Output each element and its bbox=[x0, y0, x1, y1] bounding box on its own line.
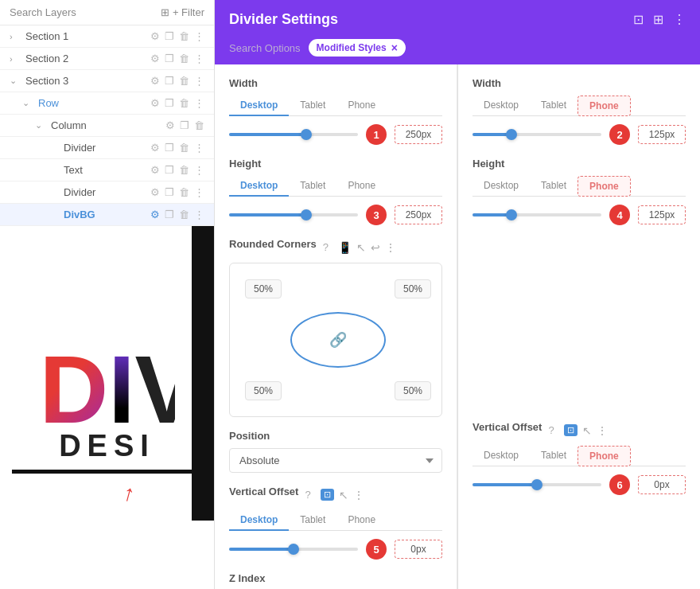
desktop-icon[interactable]: ⊡ bbox=[564, 424, 578, 436]
trash-icon[interactable]: 🗑 bbox=[179, 164, 189, 176]
layer-column[interactable]: ⌄ Column ⚙ ❐ 🗑 bbox=[0, 115, 214, 137]
layout-icon[interactable]: ⊞ bbox=[653, 12, 663, 27]
more-icon[interactable]: ⋮ bbox=[385, 241, 396, 254]
position-select[interactable]: Static Relative Absolute Fixed bbox=[229, 448, 442, 473]
layer-divider1[interactable]: › Divider ⚙ ❐ 🗑 ⋮ bbox=[0, 137, 214, 159]
layer-section1[interactable]: › Section 1 ⚙ ❐ 🗑 ⋮ bbox=[0, 25, 214, 48]
tab-phone-width-right[interactable]: Phone bbox=[578, 96, 631, 116]
reset-icon[interactable]: ↩ bbox=[371, 241, 380, 254]
copy-icon[interactable]: ❐ bbox=[165, 142, 174, 154]
trash-icon[interactable]: 🗑 bbox=[179, 209, 189, 220]
vertical-offset-help-icon[interactable]: ? bbox=[305, 489, 310, 501]
corner-top-left[interactable]: 50% bbox=[245, 279, 282, 298]
width-value-right[interactable]: 125px bbox=[638, 125, 686, 144]
tab-tablet-height-left[interactable]: Tablet bbox=[289, 176, 336, 197]
gear-icon[interactable]: ⚙ bbox=[150, 53, 160, 64]
slider-track[interactable] bbox=[229, 133, 358, 136]
more-options-icon[interactable]: ⋮ bbox=[673, 12, 686, 27]
layer-section3[interactable]: ⌄ Section 3 ⚙ ❐ 🗑 ⋮ bbox=[0, 70, 214, 92]
corner-bottom-left[interactable]: 50% bbox=[245, 381, 282, 400]
more-icon[interactable]: ⋮ bbox=[194, 142, 204, 154]
tab-desktop-offset-left[interactable]: Desktop bbox=[229, 510, 289, 531]
copy-icon[interactable]: ❐ bbox=[165, 164, 174, 176]
height-value-right[interactable]: 125px bbox=[638, 205, 686, 224]
gear-icon[interactable]: ⚙ bbox=[150, 97, 160, 109]
tab-desktop-offset-right[interactable]: Desktop bbox=[472, 446, 530, 466]
layer-divbg[interactable]: › DivBG ⚙ ❐ 🗑 ⋮ bbox=[0, 204, 214, 226]
layer-text[interactable]: › Text ⚙ ❐ 🗑 ⋮ bbox=[0, 159, 214, 181]
layer-divider2[interactable]: › Divider ⚙ ❐ 🗑 ⋮ bbox=[0, 181, 214, 204]
tab-phone-offset-left[interactable]: Phone bbox=[336, 510, 387, 531]
gear-icon[interactable]: ⚙ bbox=[150, 75, 160, 87]
trash-icon[interactable]: 🗑 bbox=[179, 53, 189, 64]
more-icon[interactable]: ⋮ bbox=[194, 164, 204, 176]
tab-tablet-offset-right[interactable]: Tablet bbox=[530, 446, 578, 466]
link-icon[interactable]: 🔗 bbox=[329, 331, 347, 349]
tab-desktop-height-left[interactable]: Desktop bbox=[229, 176, 289, 197]
filter-button[interactable]: ⊞ + Filter bbox=[161, 6, 204, 18]
close-modified-badge-button[interactable]: × bbox=[391, 41, 398, 54]
more-icon[interactable]: ⋮ bbox=[194, 186, 204, 198]
tab-desktop-height-right[interactable]: Desktop bbox=[472, 176, 530, 197]
tab-phone-height-right[interactable]: Phone bbox=[578, 176, 631, 197]
copy-icon[interactable]: ❐ bbox=[165, 97, 174, 109]
copy-icon[interactable]: ❐ bbox=[165, 30, 174, 42]
more-icon[interactable]: ⋮ bbox=[597, 424, 608, 437]
slider-track[interactable] bbox=[472, 133, 601, 136]
trash-icon[interactable]: 🗑 bbox=[179, 75, 189, 87]
corner-top-right[interactable]: 50% bbox=[395, 279, 431, 298]
cursor-icon[interactable]: ↖ bbox=[582, 424, 592, 437]
rounded-corners-help-icon[interactable]: ? bbox=[323, 241, 329, 253]
height-value-left[interactable]: 250px bbox=[395, 205, 442, 224]
desktop-icon[interactable]: ⊡ bbox=[321, 489, 334, 501]
tab-tablet-width-right[interactable]: Tablet bbox=[530, 96, 578, 116]
tab-desktop-width-left[interactable]: Desktop bbox=[229, 96, 289, 116]
gear-icon[interactable]: ⚙ bbox=[150, 164, 160, 176]
tab-phone-width-left[interactable]: Phone bbox=[336, 96, 387, 116]
gear-icon[interactable]: ⚙ bbox=[150, 209, 160, 220]
slider-track[interactable] bbox=[229, 213, 358, 216]
more-icon[interactable]: ⋮ bbox=[353, 489, 364, 501]
copy-icon[interactable]: ❐ bbox=[165, 186, 174, 198]
width-value-left[interactable]: 250px bbox=[395, 125, 442, 144]
trash-icon[interactable]: 🗑 bbox=[194, 119, 204, 131]
slider-thumb[interactable] bbox=[288, 544, 299, 555]
tab-tablet-width-left[interactable]: Tablet bbox=[289, 96, 336, 116]
offset-value-left[interactable]: 0px bbox=[395, 540, 442, 559]
gear-icon[interactable]: ⚙ bbox=[150, 186, 160, 198]
tab-phone-offset-right[interactable]: Phone bbox=[578, 446, 631, 466]
trash-icon[interactable]: 🗑 bbox=[179, 30, 189, 42]
tab-desktop-width-right[interactable]: Desktop bbox=[472, 96, 530, 116]
gear-icon[interactable]: ⚙ bbox=[165, 119, 175, 131]
gear-icon[interactable]: ⚙ bbox=[150, 30, 160, 42]
slider-track[interactable] bbox=[229, 548, 358, 551]
trash-icon[interactable]: 🗑 bbox=[179, 142, 189, 154]
more-icon[interactable]: ⋮ bbox=[194, 30, 204, 42]
copy-icon[interactable]: ❐ bbox=[180, 119, 189, 131]
slider-thumb[interactable] bbox=[301, 209, 312, 220]
corner-bottom-right[interactable]: 50% bbox=[395, 381, 431, 400]
slider-thumb[interactable] bbox=[506, 129, 517, 140]
trash-icon[interactable]: 🗑 bbox=[179, 186, 189, 198]
layer-row[interactable]: ⌄ Row ⚙ ❐ 🗑 ⋮ bbox=[0, 92, 214, 115]
tab-phone-height-left[interactable]: Phone bbox=[336, 176, 387, 197]
gear-icon[interactable]: ⚙ bbox=[150, 142, 160, 154]
search-options-label[interactable]: Search Options bbox=[229, 42, 301, 54]
slider-track[interactable] bbox=[472, 213, 601, 216]
cursor-icon[interactable]: ↖ bbox=[339, 489, 348, 501]
layer-section2[interactable]: › Section 2 ⚙ ❐ 🗑 ⋮ bbox=[0, 48, 214, 70]
cursor-icon[interactable]: ↖ bbox=[356, 241, 366, 254]
copy-icon[interactable]: ❐ bbox=[165, 53, 174, 64]
responsive-icon[interactable]: ⊡ bbox=[633, 12, 644, 27]
copy-icon[interactable]: ❐ bbox=[165, 75, 174, 87]
tab-tablet-height-right[interactable]: Tablet bbox=[530, 176, 578, 197]
vertical-offset-help-icon-right[interactable]: ? bbox=[548, 424, 554, 436]
slider-thumb[interactable] bbox=[531, 479, 542, 490]
slider-thumb[interactable] bbox=[506, 209, 517, 220]
desktop-icon[interactable]: 📱 bbox=[338, 241, 352, 254]
more-icon[interactable]: ⋮ bbox=[194, 209, 204, 220]
more-icon[interactable]: ⋮ bbox=[194, 53, 204, 64]
tab-tablet-offset-left[interactable]: Tablet bbox=[289, 510, 336, 531]
copy-icon[interactable]: ❐ bbox=[165, 209, 174, 220]
offset-value-right[interactable]: 0px bbox=[638, 475, 686, 494]
